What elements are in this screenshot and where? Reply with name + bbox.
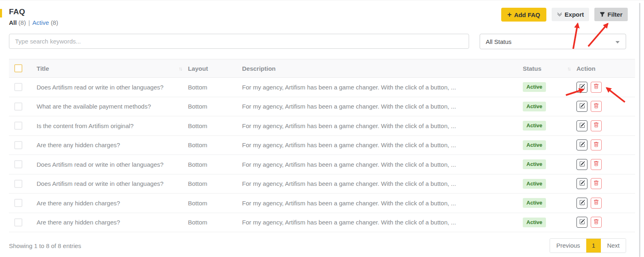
status-badge: Active bbox=[523, 82, 546, 92]
faq-description: For my agency, Artifism has been a game … bbox=[242, 219, 456, 226]
table-row: Does Artifism read or write in other lan… bbox=[9, 174, 635, 194]
trash-icon bbox=[594, 219, 599, 226]
faq-status-cell: Active bbox=[523, 82, 576, 92]
tab-active-label: Active bbox=[33, 19, 49, 26]
edit-button[interactable] bbox=[576, 101, 587, 112]
row-checkbox-cell bbox=[9, 122, 37, 130]
chevron-double-down-icon bbox=[557, 12, 562, 17]
tab-all[interactable]: All (8) bbox=[9, 19, 26, 26]
delete-button[interactable] bbox=[591, 101, 602, 112]
status-badge: Active bbox=[523, 159, 546, 169]
title-column-header[interactable]: Title ↑↓ bbox=[37, 65, 188, 72]
page-number-button[interactable]: 1 bbox=[586, 239, 601, 253]
tab-active-count: (8) bbox=[51, 19, 58, 26]
export-button[interactable]: Export bbox=[552, 8, 589, 21]
row-checkbox[interactable] bbox=[14, 218, 22, 227]
row-checkbox[interactable] bbox=[14, 102, 22, 111]
faq-status-cell: Active bbox=[523, 159, 576, 169]
faq-layout: Bottom bbox=[188, 219, 207, 226]
pencil-square-icon bbox=[579, 200, 585, 207]
status-badge: Active bbox=[523, 140, 546, 150]
row-checkbox[interactable] bbox=[14, 180, 22, 188]
filter-button[interactable]: Filter bbox=[594, 8, 628, 21]
faq-layout: Bottom bbox=[188, 142, 207, 148]
filter-label: Filter bbox=[607, 11, 622, 18]
faq-action-cell bbox=[576, 82, 635, 93]
table-row: Is the content from Artifism original? B… bbox=[9, 116, 635, 136]
edit-button[interactable] bbox=[576, 82, 587, 93]
delete-button[interactable] bbox=[591, 82, 602, 93]
filter-row: All Status bbox=[9, 34, 626, 49]
caret-down-icon bbox=[616, 41, 620, 44]
faq-description: For my agency, Artifism has been a game … bbox=[242, 103, 456, 110]
faq-title-cell: Does Artifism read or write in other lan… bbox=[37, 161, 188, 168]
faq-layout-cell: Bottom bbox=[188, 219, 242, 226]
delete-button[interactable] bbox=[591, 178, 602, 189]
delete-button[interactable] bbox=[591, 217, 602, 228]
faq-status-cell: Active bbox=[523, 102, 576, 111]
edit-button[interactable] bbox=[576, 159, 587, 170]
pencil-square-icon bbox=[579, 161, 585, 168]
status-column-header[interactable]: Status ↑↓ bbox=[523, 65, 576, 72]
delete-button[interactable] bbox=[591, 159, 602, 170]
description-header-label: Description bbox=[242, 65, 276, 72]
faq-description: For my agency, Artifism has been a game … bbox=[242, 122, 456, 129]
pencil-square-icon bbox=[579, 219, 585, 226]
table-header: Title ↑↓ Layout Description Status ↑↓ Ac… bbox=[9, 59, 635, 78]
faq-status-cell: Active bbox=[523, 179, 576, 189]
edit-button[interactable] bbox=[576, 217, 587, 228]
page-header: FAQ All (8)|Active (8) + Add FAQ Export … bbox=[9, 0, 635, 26]
table-row: Does Artifism read or write in other lan… bbox=[9, 155, 635, 174]
filter-tabs: All (8)|Active (8) bbox=[9, 19, 58, 26]
row-checkbox[interactable] bbox=[14, 141, 22, 149]
export-label: Export bbox=[565, 11, 584, 18]
sort-icon[interactable]: ↑↓ bbox=[567, 65, 576, 72]
faq-action-cell bbox=[576, 101, 635, 112]
title-header-label: Title bbox=[37, 65, 49, 72]
faq-title-cell: Are there any hidden charges? bbox=[37, 200, 188, 207]
faq-description-cell: For my agency, Artifism has been a game … bbox=[242, 84, 523, 91]
faq-description: For my agency, Artifism has been a game … bbox=[242, 161, 456, 168]
faq-layout: Bottom bbox=[188, 103, 207, 110]
faq-title: Is the content from Artifism original? bbox=[37, 122, 133, 129]
add-faq-button[interactable]: + Add FAQ bbox=[501, 8, 546, 22]
delete-button[interactable] bbox=[591, 120, 602, 131]
action-column-header: Action bbox=[576, 65, 635, 72]
faq-description-cell: For my agency, Artifism has been a game … bbox=[242, 200, 523, 207]
row-checkbox[interactable] bbox=[14, 199, 22, 207]
row-checkbox-cell bbox=[9, 160, 37, 168]
row-checkbox[interactable] bbox=[14, 122, 22, 130]
faq-layout-cell: Bottom bbox=[188, 200, 242, 207]
edit-button[interactable] bbox=[576, 178, 587, 189]
faq-description-cell: For my agency, Artifism has been a game … bbox=[242, 103, 523, 110]
header-buttons: + Add FAQ Export Filter bbox=[501, 8, 628, 22]
tab-active[interactable]: Active (8) bbox=[33, 19, 58, 26]
description-column-header: Description bbox=[242, 65, 523, 72]
faq-table: Title ↑↓ Layout Description Status ↑↓ Ac… bbox=[9, 59, 635, 232]
faq-title: Are there any hidden charges? bbox=[37, 142, 120, 148]
row-checkbox[interactable] bbox=[14, 160, 22, 168]
row-checkbox-cell bbox=[9, 141, 37, 149]
pencil-square-icon bbox=[579, 103, 585, 110]
select-all-cell bbox=[9, 64, 37, 72]
edit-button[interactable] bbox=[576, 198, 587, 209]
plus-icon: + bbox=[507, 11, 512, 18]
row-checkbox[interactable] bbox=[14, 83, 22, 91]
faq-action-cell bbox=[576, 217, 635, 228]
edit-button[interactable] bbox=[576, 120, 587, 131]
search-input[interactable] bbox=[9, 34, 469, 49]
next-page-button[interactable]: Next bbox=[601, 239, 626, 253]
faq-description: For my agency, Artifism has been a game … bbox=[242, 200, 456, 207]
edit-button[interactable] bbox=[576, 139, 587, 150]
delete-button[interactable] bbox=[591, 139, 602, 150]
table-row: What are the available payment methods? … bbox=[9, 97, 635, 117]
status-filter-select[interactable]: All Status bbox=[480, 34, 626, 49]
previous-page-button[interactable]: Previous bbox=[550, 239, 586, 253]
scrollbar[interactable] bbox=[639, 3, 640, 257]
faq-description: For my agency, Artifism has been a game … bbox=[242, 84, 456, 91]
delete-button[interactable] bbox=[591, 198, 602, 209]
select-all-checkbox[interactable] bbox=[14, 64, 22, 72]
status-badge: Active bbox=[523, 198, 546, 208]
sort-icon[interactable]: ↑↓ bbox=[179, 65, 188, 72]
faq-status-cell: Active bbox=[523, 121, 576, 131]
